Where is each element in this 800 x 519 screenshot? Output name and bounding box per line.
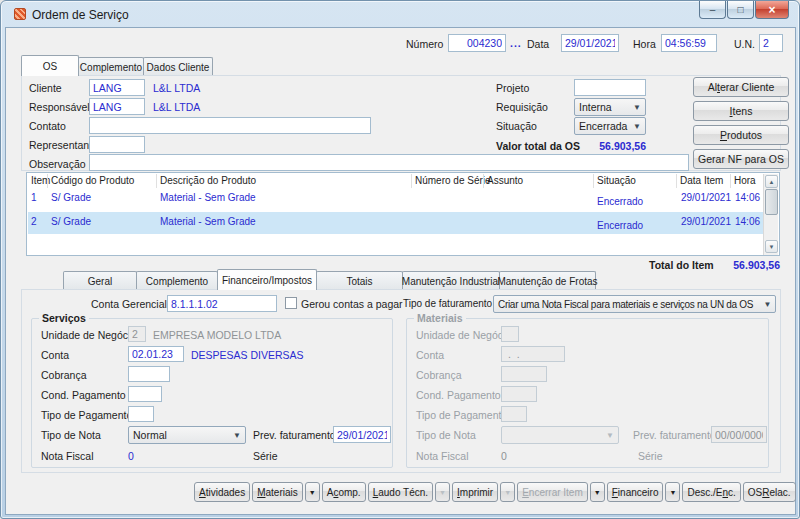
mat-tipo-nota-label: Tipo de Nota: [416, 429, 476, 441]
conta-gerencial-input[interactable]: [167, 295, 277, 312]
contato-label: Contato: [29, 120, 66, 132]
total-item-value: 56.903,56: [716, 259, 780, 271]
os-relac-button[interactable]: OS Relac.: [743, 482, 796, 502]
tab-manutencao-industrial[interactable]: Manutenção Industrial: [402, 271, 500, 290]
tipo-faturamento-select[interactable]: Criar uma Nota Fiscal para materiais e s…: [493, 295, 776, 313]
cell-data: 29/01/2021: [658, 216, 731, 227]
tab-os[interactable]: OS: [21, 55, 79, 76]
mat-nota-fiscal-label: Nota Fiscal: [416, 450, 469, 462]
tab-totais[interactable]: Totais: [316, 271, 403, 290]
valor-total-value: 56.903,56: [566, 140, 646, 152]
acomp-button[interactable]: Acomp.: [322, 482, 366, 502]
projeto-input[interactable]: [574, 79, 646, 96]
minimize-icon: –: [710, 4, 716, 15]
cliente-nome: L&L LTDA: [153, 82, 200, 94]
materiais-button[interactable]: Materiais: [252, 482, 303, 502]
mat-cond-pagamento-label: Cond. Pagamento: [416, 389, 501, 401]
scrollbar-thumb[interactable]: [765, 189, 778, 215]
table-row-selected[interactable]: 2 S/ Grade Material - Sem Grade Encerrad…: [28, 212, 765, 234]
numero-label: Número: [406, 38, 443, 50]
alterar-cliente-button[interactable]: Alterar Cliente: [693, 77, 789, 97]
gerar-nf-button[interactable]: Gerar NF para OS: [693, 149, 789, 169]
tab-manutencao-frotas[interactable]: Manutenção de Frotas: [499, 271, 596, 290]
responsavel-label: Responsável: [29, 101, 90, 113]
responsavel-input[interactable]: [89, 98, 145, 115]
mat-conta-input: [501, 346, 565, 362]
table-scrollbar[interactable]: ▲ ▼: [763, 174, 778, 255]
tab-complemento-2[interactable]: Complemento: [136, 271, 218, 290]
srv-tipo-pagamento-input[interactable]: [128, 406, 154, 422]
tab-financeiro-impostos[interactable]: Financeiro/Impostos: [217, 269, 317, 290]
chevron-down-icon: ▼: [603, 431, 614, 440]
tab-dados-cliente[interactable]: Dados Cliente: [143, 57, 213, 76]
projeto-label: Projeto: [496, 82, 529, 94]
cell-hora: 14:06: [735, 216, 760, 227]
materiais-title: Materiais: [414, 312, 466, 324]
mat-nota-fiscal-value: 0: [501, 450, 507, 462]
itens-button[interactable]: Itens: [693, 101, 789, 121]
mat-cond-pagamento-input: [501, 386, 537, 402]
laudo-tecn-button[interactable]: Laudo Técn.: [368, 482, 433, 502]
chevron-down-icon: ▼: [760, 300, 771, 309]
laudo-tecn-dropdown-icon: ▼: [435, 482, 450, 502]
observacao-input[interactable]: [89, 154, 689, 171]
desc-enc-button[interactable]: Desc./Enc.: [682, 482, 740, 502]
gerou-contas-checkbox[interactable]: [285, 297, 297, 309]
srv-prev-faturamento-input[interactable]: [333, 426, 391, 443]
numero-input[interactable]: [448, 34, 506, 52]
app-icon: [14, 8, 26, 20]
tab-geral[interactable]: Geral: [63, 271, 137, 290]
srv-cond-pagamento-input[interactable]: [128, 386, 162, 402]
table-row[interactable]: 1 S/ Grade Material - Sem Grade Encerrad…: [28, 188, 765, 211]
financeiro-button[interactable]: Financeiro: [607, 482, 664, 502]
encerrar-item-dropdown-icon[interactable]: ▼: [590, 482, 605, 502]
srv-tipo-nota-select[interactable]: Normal ▼: [128, 426, 246, 444]
chevron-down-icon: ▼: [630, 103, 641, 112]
imprimir-button[interactable]: Imprimir: [452, 482, 498, 502]
mat-tipo-pagamento-label: Tipo de Pagamento: [416, 409, 507, 421]
cell-situacao: Encerrado: [597, 196, 643, 207]
srv-conta-input[interactable]: [128, 346, 184, 362]
srv-cobranca-input[interactable]: [128, 366, 170, 382]
data-label: Data: [527, 38, 549, 50]
cell-situacao: Encerrado: [597, 220, 643, 231]
atividades-button[interactable]: Atividades: [194, 482, 250, 502]
close-button[interactable]: ×: [755, 1, 789, 19]
maximize-button[interactable]: □: [727, 1, 754, 19]
mat-tipo-pagamento-input: [501, 406, 527, 422]
bottom-tabstrip: Geral Complemento Financeiro/Impostos To…: [63, 269, 595, 290]
situacao-select[interactable]: Encerrada ▼: [574, 117, 646, 135]
materiais-dropdown-icon[interactable]: ▼: [305, 482, 320, 502]
cliente-label: Cliente: [29, 82, 62, 94]
chevron-down-icon: ▼: [630, 122, 641, 131]
scroll-up-icon[interactable]: ▲: [765, 175, 778, 188]
total-item-label: Total do Item: [649, 259, 714, 271]
srv-unidade-label: Unidade de Negócio: [41, 329, 136, 341]
responsavel-nome: L&L LTDA: [153, 101, 200, 113]
tipo-faturamento-label: Tipo de faturamento: [403, 298, 492, 309]
mat-prev-faturamento-input: [711, 426, 767, 443]
produtos-button[interactable]: Produtos: [693, 125, 789, 145]
ordem-de-servico-window: Ordem de Serviço – □ × Número ... Data H…: [0, 0, 800, 519]
requisicao-select[interactable]: Interna ▼: [574, 98, 646, 116]
representante-input[interactable]: [89, 136, 145, 153]
servicos-title: Serviços: [39, 312, 89, 324]
srv-serie-label: Série: [253, 450, 278, 462]
un-input[interactable]: [759, 34, 783, 52]
close-icon: ×: [768, 3, 775, 17]
mat-serie-label: Série: [638, 450, 663, 462]
encerrar-item-button: Encerrar Item: [517, 482, 588, 502]
financeiro-dropdown-icon[interactable]: ▼: [665, 482, 680, 502]
window-title: Ordem de Serviço: [32, 8, 129, 22]
scroll-down-icon[interactable]: ▼: [765, 240, 778, 253]
contato-input[interactable]: [89, 117, 371, 134]
tab-complemento[interactable]: Complemento: [78, 57, 144, 76]
cliente-input[interactable]: [89, 79, 145, 96]
un-label: U.N.: [734, 38, 755, 50]
hora-input[interactable]: [661, 34, 717, 52]
col-data-item: Data Item: [680, 175, 723, 186]
numero-lookup-link[interactable]: ...: [510, 37, 522, 49]
col-codigo: Código do Produto: [51, 175, 134, 186]
minimize-button[interactable]: –: [699, 1, 726, 19]
data-input[interactable]: [561, 34, 619, 52]
